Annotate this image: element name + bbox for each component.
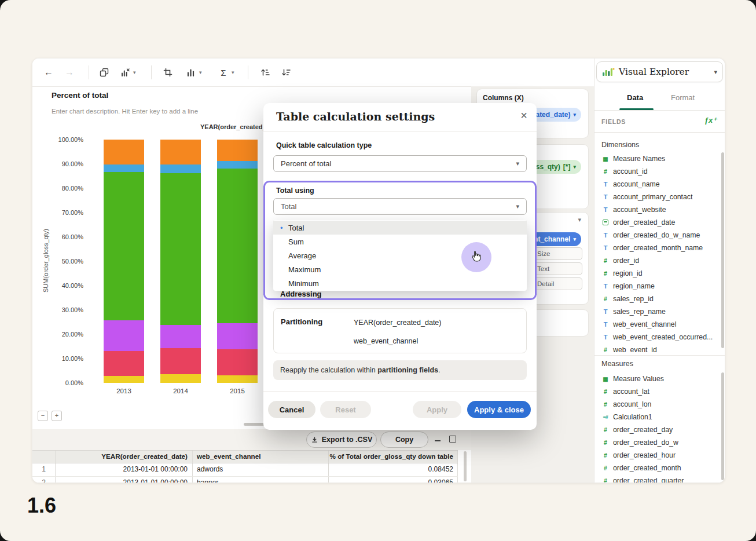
sort-descending-icon[interactable] bbox=[279, 65, 293, 79]
dropdown-option[interactable]: • Maximum bbox=[273, 262, 527, 276]
bar-segment-yellow-2015[interactable] bbox=[217, 375, 258, 383]
bar-segment-purple-2013[interactable] bbox=[104, 320, 144, 351]
total-using-select[interactable]: Total ▾ bbox=[273, 198, 527, 215]
table-vertical-scrollbar[interactable] bbox=[464, 451, 467, 481]
bar-segment-orange-2014[interactable] bbox=[160, 140, 201, 165]
bar-segment-green-2015[interactable] bbox=[217, 169, 258, 323]
stacked-bar-2014[interactable] bbox=[160, 140, 201, 383]
chart-type-icon[interactable] bbox=[184, 65, 198, 79]
sidebar-scrollbar[interactable] bbox=[721, 152, 724, 348]
bar-segment-purple-2014[interactable] bbox=[160, 325, 201, 348]
field-item[interactable]: T order_created_do_w_name bbox=[601, 229, 717, 242]
mark-target-button[interactable]: Text bbox=[531, 262, 582, 275]
chart-description-placeholder[interactable]: Enter chart description. Hit Enter key t… bbox=[52, 108, 198, 115]
bar-segment-yellow-2013[interactable] bbox=[104, 376, 144, 383]
bar-segment-red-2013[interactable] bbox=[104, 351, 144, 376]
field-item[interactable]: order_created_date bbox=[601, 216, 717, 229]
bar-segment-red-2015[interactable] bbox=[217, 349, 258, 375]
field-item[interactable]: T web_event_channel bbox=[601, 318, 717, 331]
field-item[interactable]: T account_website bbox=[601, 203, 717, 216]
chevron-down-icon[interactable]: ▾ bbox=[199, 70, 202, 75]
zoom-out-button[interactable]: − bbox=[38, 411, 48, 421]
stacked-bar-2015[interactable] bbox=[217, 140, 258, 383]
apply-button[interactable]: Apply bbox=[413, 401, 461, 418]
chevron-down-icon[interactable]: ▾ bbox=[714, 68, 717, 76]
column-header[interactable]: YEAR(order_created_date) bbox=[56, 451, 193, 463]
close-icon[interactable]: × bbox=[520, 109, 527, 122]
copy-button[interactable]: Copy bbox=[380, 432, 428, 448]
dropdown-option[interactable]: • Total bbox=[273, 221, 527, 235]
field-item[interactable]: # account_lat bbox=[601, 385, 717, 398]
bar-segment-yellow-2014[interactable] bbox=[160, 374, 201, 383]
add-formula-icon[interactable]: ƒx⁺ bbox=[704, 116, 717, 125]
reset-button[interactable]: Reset bbox=[320, 401, 371, 418]
horizontal-scrollbar[interactable] bbox=[244, 423, 265, 426]
column-header[interactable]: web_event_channel bbox=[193, 451, 329, 463]
field-item[interactable]: ▦ Measure Names bbox=[601, 152, 717, 165]
apply-and-close-button[interactable]: Apply & close bbox=[467, 401, 531, 418]
field-item[interactable]: ▦ Measure Values bbox=[601, 372, 717, 385]
zoom-in-button[interactable]: + bbox=[52, 411, 62, 421]
field-item[interactable]: T region_name bbox=[601, 280, 717, 293]
field-item[interactable]: T account_name bbox=[601, 178, 717, 191]
chevron-down-icon[interactable]: ▾ bbox=[578, 216, 581, 224]
chevron-down-icon[interactable]: ▾ bbox=[573, 112, 576, 118]
bar-segment-red-2014[interactable] bbox=[160, 348, 201, 374]
bar-segment-blue-2014[interactable] bbox=[160, 165, 201, 173]
field-item[interactable]: # order_created_quarter bbox=[601, 474, 717, 482]
column-header[interactable]: % of Total order_gloss_qty down table bbox=[329, 451, 458, 463]
chevron-down-icon[interactable]: ▾ bbox=[133, 70, 136, 75]
bar-segment-blue-2013[interactable] bbox=[104, 165, 144, 172]
app-switcher[interactable]: Visual Explorer ▾ bbox=[596, 61, 723, 82]
field-item[interactable]: # order_created_do_w bbox=[601, 436, 717, 449]
field-item[interactable]: # order_id bbox=[601, 254, 717, 267]
crop-icon[interactable] bbox=[161, 65, 175, 79]
bar-segment-green-2014[interactable] bbox=[160, 173, 201, 326]
clear-visualization-icon[interactable] bbox=[118, 65, 132, 79]
back-arrow-icon[interactable]: ← bbox=[42, 65, 56, 79]
table-row[interactable]: 2 2013-01-01 00:00:00 banner 0.03065 bbox=[32, 477, 458, 482]
text-icon: T bbox=[601, 206, 610, 213]
bar-segment-purple-2015[interactable] bbox=[217, 323, 258, 349]
field-item[interactable]: # order_created_day bbox=[601, 423, 717, 436]
cancel-button[interactable]: Cancel bbox=[268, 401, 315, 418]
expand-table-icon[interactable] bbox=[449, 435, 457, 443]
chevron-down-icon[interactable]: ▾ bbox=[573, 164, 576, 170]
field-item[interactable]: # order_created_hour bbox=[601, 449, 717, 462]
tab-format[interactable]: Format bbox=[671, 93, 695, 102]
dropdown-option[interactable]: • Average bbox=[273, 248, 527, 262]
field-item[interactable]: # region_id bbox=[601, 267, 717, 280]
dropdown-option[interactable]: • Sum bbox=[273, 235, 527, 248]
bar-segment-orange-2015[interactable] bbox=[217, 140, 258, 161]
chevron-down-icon[interactable]: ▾ bbox=[232, 70, 234, 75]
field-item[interactable]: # order_created_month bbox=[601, 462, 717, 474]
hash-icon: # bbox=[601, 465, 610, 471]
stacked-bar-2013[interactable] bbox=[104, 140, 144, 383]
aggregate-sigma-icon[interactable]: Σ bbox=[216, 65, 230, 79]
collapse-table-icon[interactable] bbox=[434, 435, 442, 443]
sort-ascending-icon[interactable] bbox=[258, 65, 272, 79]
chevron-down-icon[interactable]: ▾ bbox=[573, 236, 576, 242]
quick-calc-select[interactable]: Percent of total ▾ bbox=[273, 155, 527, 172]
forward-arrow-icon[interactable]: → bbox=[63, 65, 76, 79]
duplicate-icon[interactable] bbox=[97, 65, 111, 79]
mark-target-button[interactable]: Detail bbox=[531, 277, 582, 290]
field-item[interactable]: # account_lon bbox=[601, 398, 717, 411]
bar-segment-blue-2015[interactable] bbox=[217, 161, 258, 169]
field-item[interactable]: T sales_rep_name bbox=[601, 305, 717, 318]
field-item[interactable]: T order_created_month_name bbox=[601, 242, 717, 254]
field-item[interactable]: T web_event_created_occurred... bbox=[601, 331, 717, 343]
bar-segment-orange-2013[interactable] bbox=[104, 140, 144, 165]
dropdown-option[interactable]: • Minimum bbox=[273, 276, 527, 290]
table-row[interactable]: 1 2013-01-01 00:00:00 adwords 0.08452 bbox=[32, 463, 458, 477]
export-csv-button[interactable]: Export to .CSV bbox=[306, 432, 377, 448]
tab-data[interactable]: Data bbox=[627, 93, 643, 102]
field-item[interactable]: # account_id bbox=[601, 165, 717, 178]
field-item[interactable]: T account_primary_contact bbox=[601, 191, 717, 203]
mark-target-button[interactable]: Size bbox=[531, 247, 582, 260]
field-item[interactable]: # web_event_id bbox=[601, 343, 717, 353]
field-item[interactable]: # sales_rep_id bbox=[601, 293, 717, 305]
bar-segment-green-2013[interactable] bbox=[104, 172, 144, 320]
sidebar-scrollbar[interactable] bbox=[721, 372, 724, 480]
field-item[interactable]: =# Calculation1 bbox=[601, 411, 717, 423]
